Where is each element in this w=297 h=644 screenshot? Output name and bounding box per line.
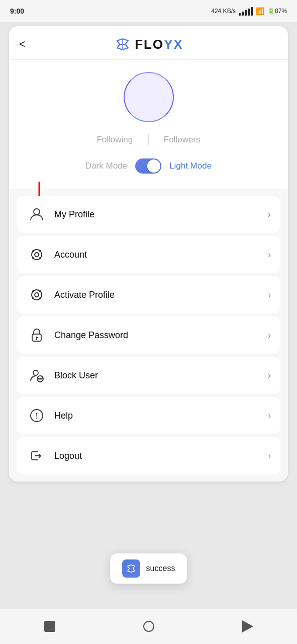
chevron-right-icon: › <box>268 290 271 300</box>
account-settings-icon <box>26 244 47 265</box>
nav-square-button[interactable] <box>41 617 59 635</box>
status-right: 424 KB/s 📶 🔋 87% <box>211 7 287 16</box>
menu-item-block-user[interactable]: Block User › <box>17 357 280 394</box>
svg-text:!: ! <box>35 412 38 420</box>
wifi-icon: 📶 <box>256 7 264 15</box>
account-label: Account <box>54 250 268 260</box>
block-user-icon <box>26 365 47 386</box>
follow-row: Following Followers <box>19 130 278 153</box>
menu-item-change-password[interactable]: Change Password › <box>17 316 280 354</box>
bottom-nav <box>0 609 297 644</box>
square-icon <box>44 621 55 632</box>
svg-point-16 <box>36 337 38 339</box>
logout-icon <box>26 445 47 466</box>
toast-app-icon <box>122 559 140 578</box>
svg-point-11 <box>32 290 34 292</box>
chevron-right-icon: › <box>268 451 271 461</box>
menu-item-logout[interactable]: Logout › <box>17 437 280 474</box>
avatar <box>124 72 174 122</box>
svg-point-4 <box>35 253 39 257</box>
svg-point-8 <box>39 257 41 259</box>
following-link[interactable]: Following <box>96 135 133 145</box>
chevron-right-icon: › <box>268 209 271 220</box>
svg-point-7 <box>32 257 34 259</box>
activate-profile-icon <box>26 284 47 305</box>
activate-profile-label: Activate Profile <box>54 290 268 300</box>
chevron-right-icon: › <box>268 250 271 260</box>
svg-point-18 <box>33 370 38 375</box>
toast-message: success <box>146 564 175 573</box>
user-icon <box>26 204 47 225</box>
light-mode-label: Light Mode <box>169 161 212 171</box>
main-card: < FLOYX Following Followers Dark Mode <box>9 26 288 481</box>
toggle-knob <box>147 159 160 173</box>
nav-back-button[interactable] <box>239 617 257 635</box>
svg-point-13 <box>32 297 34 299</box>
svg-point-5 <box>32 250 34 252</box>
circle-icon <box>143 621 154 632</box>
profile-section: Following Followers Dark Mode Light Mode <box>9 62 288 189</box>
follow-divider <box>148 134 149 145</box>
chevron-right-icon: › <box>268 411 271 421</box>
lock-icon <box>26 325 47 346</box>
logo-icon <box>114 35 132 53</box>
svg-point-6 <box>39 250 41 252</box>
status-time: 9:00 <box>10 7 24 15</box>
menu-item-account[interactable]: Account › <box>17 236 280 273</box>
toast-notification: success <box>110 553 187 584</box>
mode-toggle-switch[interactable] <box>135 158 161 174</box>
my-profile-label: My Profile <box>54 209 268 220</box>
data-speed: 424 KB/s <box>211 8 236 15</box>
menu-item-activate-profile[interactable]: Activate Profile › <box>17 276 280 313</box>
change-password-label: Change Password <box>54 330 268 341</box>
logo: FLOYX <box>114 35 183 53</box>
menu-section: My Profile › Account › <box>9 189 288 481</box>
menu-item-my-profile[interactable]: My Profile › <box>17 196 280 233</box>
svg-point-14 <box>39 297 41 299</box>
chevron-right-icon: › <box>268 370 271 381</box>
svg-point-2 <box>34 209 40 215</box>
chevron-right-icon: › <box>268 330 271 341</box>
signal-icon <box>239 7 253 16</box>
help-icon: ! <box>26 405 47 426</box>
help-label: Help <box>54 411 268 421</box>
triangle-icon <box>242 620 253 632</box>
menu-item-help[interactable]: ! Help › <box>17 397 280 434</box>
header: < FLOYX <box>9 26 288 59</box>
logout-label: Logout <box>54 451 268 461</box>
battery-icon: 🔋 87% <box>267 8 287 15</box>
logo-text: FLOYX <box>135 37 183 52</box>
nav-home-button[interactable] <box>140 617 158 635</box>
svg-point-10 <box>35 293 39 297</box>
svg-point-12 <box>39 290 41 292</box>
status-bar: 9:00 424 KB/s 📶 🔋 87% <box>0 0 297 22</box>
followers-link[interactable]: Followers <box>164 135 201 145</box>
back-button[interactable]: < <box>19 38 26 51</box>
mode-toggle-row: Dark Mode Light Mode <box>19 153 278 184</box>
block-user-label: Block User <box>54 370 268 381</box>
dark-mode-label: Dark Mode <box>85 161 127 171</box>
